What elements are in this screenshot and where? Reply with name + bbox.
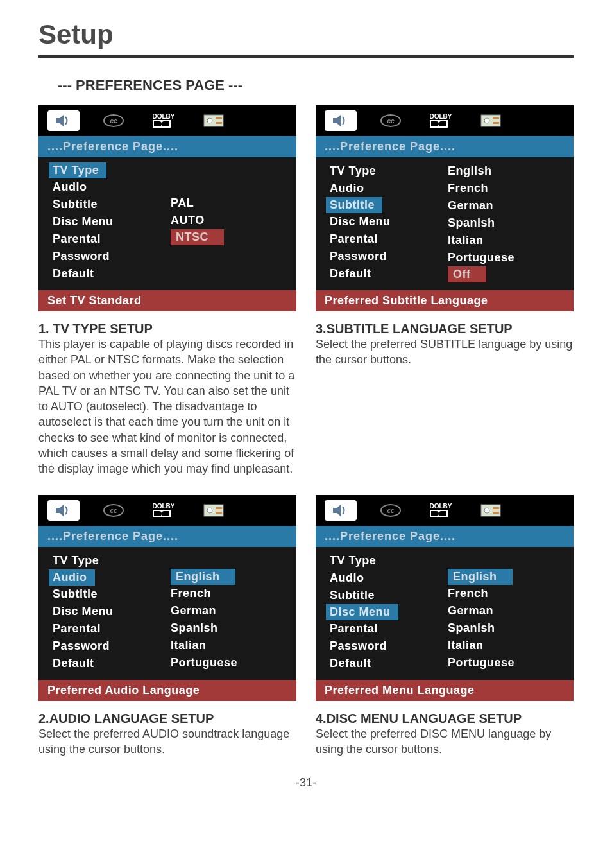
menu-item-audio[interactable]: Audio xyxy=(53,178,171,196)
tab-dolby-icon[interactable]: DOLBY xyxy=(425,500,457,521)
option-english[interactable]: English xyxy=(171,569,235,585)
option-italian[interactable]: Italian xyxy=(448,232,566,249)
menu-item-password[interactable]: Password xyxy=(330,638,448,655)
tab-speaker-icon[interactable] xyxy=(47,110,80,131)
svg-rect-6 xyxy=(216,117,222,119)
menu-right-list: English French German Spanish Italian Po… xyxy=(448,162,574,282)
option-portuguese[interactable]: Portuguese xyxy=(448,249,566,266)
option-german[interactable]: German xyxy=(171,602,289,620)
menu-right-list: English French German Spanish Italian Po… xyxy=(171,552,296,672)
dolby-label: DOLBY xyxy=(430,113,452,120)
menu-tabs: cc DOLBY xyxy=(316,105,574,136)
dolby-label: DOLBY xyxy=(153,113,175,120)
section2-text: Select the preferred AUDIO soundtrack la… xyxy=(38,726,296,758)
option-german[interactable]: German xyxy=(448,197,566,214)
tab-speaker-icon[interactable] xyxy=(47,500,80,521)
menu-right-list: PAL AUTO NTSC xyxy=(171,162,296,282)
menu-body: TV Type Audio Subtitle Disc Menu Parenta… xyxy=(38,547,296,680)
svg-rect-15 xyxy=(216,512,222,514)
tab-cc-icon[interactable]: cc xyxy=(98,110,130,131)
menu-item-parental[interactable]: Parental xyxy=(53,620,171,638)
menu-item-audio[interactable]: Audio xyxy=(330,569,448,587)
menu-item-subtitle[interactable]: Subtitle xyxy=(330,587,448,604)
tab-cc-icon[interactable]: cc xyxy=(98,500,130,521)
menu-left-list: TV Type Audio Subtitle Disc Menu Parenta… xyxy=(38,552,171,672)
tab-cc-icon[interactable]: cc xyxy=(375,500,407,521)
menu-item-discmenu[interactable]: Disc Menu xyxy=(326,604,398,620)
menu-item-tvtype[interactable]: TV Type xyxy=(49,162,106,178)
option-italian[interactable]: Italian xyxy=(448,637,566,654)
option-spanish[interactable]: Spanish xyxy=(448,620,566,637)
svg-marker-24 xyxy=(333,505,341,516)
menu-body: TV Type Audio Subtitle Disc Menu Parenta… xyxy=(38,157,296,290)
tab-dolby-icon[interactable]: DOLBY xyxy=(425,110,457,131)
option-off[interactable]: Off xyxy=(448,266,486,282)
menu-card-tvtype: cc DOLBY ....Preference Page.... TV Type… xyxy=(38,105,296,311)
tab-cc-icon[interactable]: cc xyxy=(375,110,407,131)
option-french[interactable]: French xyxy=(448,180,566,197)
menu-tabs: cc DOLBY xyxy=(316,495,574,526)
option-portuguese[interactable]: Portuguese xyxy=(448,654,566,672)
option-spanish[interactable]: Spanish xyxy=(448,214,566,232)
menu-footer: Preferred Subtitle Language xyxy=(316,290,574,311)
menu-item-tvtype[interactable]: TV Type xyxy=(330,552,448,569)
menu-tabs: cc DOLBY xyxy=(38,495,296,526)
menu-item-tvtype[interactable]: TV Type xyxy=(53,552,171,569)
menu-item-default[interactable]: Default xyxy=(330,655,448,672)
dolby-label: DOLBY xyxy=(153,503,175,510)
menu-card-discmenu: cc DOLBY ....Preference Page.... TV Type… xyxy=(316,495,574,701)
menu-header: ....Preference Page.... xyxy=(38,526,296,547)
right-column: cc DOLBY ....Preference Page.... TV Type… xyxy=(316,105,574,757)
page-number: -31- xyxy=(38,776,574,790)
option-ntsc[interactable]: NTSC xyxy=(171,229,224,245)
menu-item-tvtype[interactable]: TV Type xyxy=(330,162,448,180)
menu-left-list: TV Type Audio Subtitle Disc Menu Parenta… xyxy=(316,552,448,672)
menu-tabs: cc DOLBY xyxy=(38,105,296,136)
tab-flag-icon[interactable] xyxy=(475,110,507,131)
option-german[interactable]: German xyxy=(448,602,566,620)
option-italian[interactable]: Italian xyxy=(171,637,289,654)
menu-item-subtitle[interactable]: Subtitle xyxy=(53,196,171,213)
svg-point-5 xyxy=(207,118,212,123)
menu-item-parental[interactable]: Parental xyxy=(330,620,448,638)
tab-dolby-icon[interactable]: DOLBY xyxy=(148,110,180,131)
menu-item-discmenu[interactable]: Disc Menu xyxy=(53,213,171,230)
menu-item-password[interactable]: Password xyxy=(330,248,448,265)
menu-item-parental[interactable]: Parental xyxy=(53,230,171,248)
menu-item-subtitle[interactable]: Subtitle xyxy=(53,586,171,603)
menu-item-discmenu[interactable]: Disc Menu xyxy=(330,213,448,230)
menu-item-default[interactable]: Default xyxy=(53,265,171,282)
option-french[interactable]: French xyxy=(171,585,289,602)
option-pal[interactable]: PAL xyxy=(171,195,289,212)
menu-item-subtitle[interactable]: Subtitle xyxy=(326,197,382,213)
menu-body: TV Type Audio Subtitle Disc Menu Parenta… xyxy=(316,547,574,680)
option-spanish[interactable]: Spanish xyxy=(171,620,289,637)
option-auto[interactable]: AUTO xyxy=(171,212,289,229)
dolby-label: DOLBY xyxy=(430,503,452,510)
menu-footer: Preferred Audio Language xyxy=(38,680,296,701)
option-english[interactable]: English xyxy=(448,569,513,585)
menu-item-default[interactable]: Default xyxy=(330,265,448,282)
two-column-layout: cc DOLBY ....Preference Page.... TV Type… xyxy=(38,105,574,757)
menu-header: ....Preference Page.... xyxy=(316,136,574,157)
menu-item-password[interactable]: Password xyxy=(53,248,171,265)
tab-flag-icon[interactable] xyxy=(198,110,230,131)
menu-item-audio[interactable]: Audio xyxy=(49,569,95,586)
menu-item-discmenu[interactable]: Disc Menu xyxy=(53,603,171,620)
menu-item-default[interactable]: Default xyxy=(53,655,171,672)
tab-dolby-icon[interactable]: DOLBY xyxy=(148,500,180,521)
menu-item-audio[interactable]: Audio xyxy=(330,180,448,197)
option-portuguese[interactable]: Portuguese xyxy=(171,654,289,672)
menu-footer: Preferred Menu Language xyxy=(316,680,574,701)
option-english[interactable]: English xyxy=(448,162,566,180)
tab-flag-icon[interactable] xyxy=(475,500,507,521)
tab-speaker-icon[interactable] xyxy=(325,500,357,521)
tab-flag-icon[interactable] xyxy=(198,500,230,521)
menu-header: ....Preference Page.... xyxy=(316,526,574,547)
menu-right-list: English French German Spanish Italian Po… xyxy=(448,552,574,672)
menu-item-parental[interactable]: Parental xyxy=(330,230,448,248)
tab-speaker-icon[interactable] xyxy=(325,110,357,131)
menu-item-password[interactable]: Password xyxy=(53,638,171,655)
option-french[interactable]: French xyxy=(448,585,566,602)
menu-left-list: TV Type Audio Subtitle Disc Menu Parenta… xyxy=(316,162,448,282)
